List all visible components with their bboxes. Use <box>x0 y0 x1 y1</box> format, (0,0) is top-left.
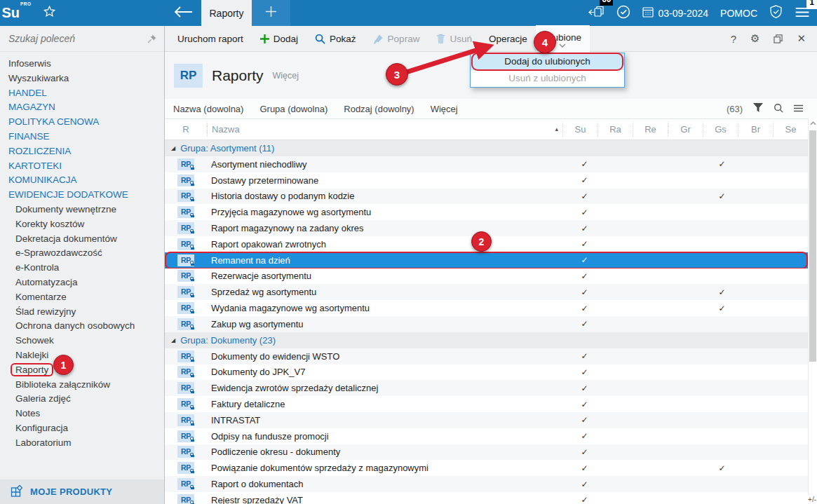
sidebar-item-raporty[interactable]: Raporty <box>0 363 164 378</box>
sidebar-item-korekty-kosztów[interactable]: Korekty kosztów <box>0 217 164 232</box>
table-row[interactable]: RPRaport magazynowy na zadany okres✓ <box>165 220 808 236</box>
close-icon[interactable]: ✕ <box>797 32 806 45</box>
report-name: Raport o dokumentach <box>207 479 567 489</box>
table-row[interactable]: RPDostawy przeterminowane✓ <box>165 172 808 189</box>
column-header-ra[interactable]: Ra <box>597 122 633 136</box>
list-options-icon[interactable] <box>794 104 803 114</box>
security-button[interactable] <box>769 5 783 21</box>
expand-collapse-toggle[interactable]: +/- <box>806 496 816 503</box>
pokaż-button[interactable]: Pokaż <box>306 26 365 51</box>
scroll-up-icon[interactable] <box>809 118 817 129</box>
restore-icon[interactable] <box>774 34 783 43</box>
new-tab-button[interactable] <box>252 0 290 26</box>
sidebar-item-biblioteka-załączników[interactable]: Biblioteka załączników <box>0 378 164 393</box>
table-row[interactable]: RPPrzyjęcia magazynowe wg asortymentu✓ <box>165 204 808 220</box>
popraw-button[interactable]: Popraw <box>365 26 428 51</box>
favorites-star-button[interactable] <box>39 0 59 26</box>
table-row[interactable]: RPZakup wg asortymentu✓ <box>165 316 808 332</box>
filter-rodzaj-dowolny[interactable]: Rodzaj (dowolny) <box>344 104 414 114</box>
sidebar-item-automatyzacja[interactable]: Automatyzacja <box>0 275 164 290</box>
title-more-link[interactable]: Więcej <box>273 71 299 81</box>
sidebar-item-laboratorium[interactable]: Laboratorium <box>0 436 164 451</box>
search-icon[interactable] <box>774 103 783 115</box>
column-header-su[interactable]: Su <box>562 122 597 136</box>
ulubione-button[interactable]: Ulubione <box>536 25 590 53</box>
table-row[interactable]: RPEwidencja zwrotów sprzedaży detaliczne… <box>165 380 808 396</box>
settings-icon[interactable]: ⚙ <box>750 32 759 45</box>
table-row[interactable]: RPFaktury detaliczne✓ <box>165 396 808 412</box>
table-row[interactable]: RPWydania magazynowe wg asortymentu✓✓ <box>165 300 808 316</box>
column-header-re[interactable]: Re <box>633 122 668 136</box>
column-header-gr[interactable]: Gr <box>668 122 703 136</box>
sidebar-item-ochrona-danych-osobowych[interactable]: Ochrona danych osobowych <box>0 319 164 334</box>
help-icon[interactable]: ? <box>731 33 736 45</box>
help-link[interactable]: POMOC <box>720 8 757 19</box>
table-row[interactable]: RPRemanent na dzień✓ <box>165 252 808 268</box>
dodaj-button[interactable]: Dodaj <box>252 26 306 51</box>
sidebar-item-e-kontrola[interactable]: e-Kontrola <box>0 261 164 275</box>
column-header-se[interactable]: Se <box>773 122 808 136</box>
table-row[interactable]: RPSprzedaż wg asortymentu✓✓ <box>165 284 808 300</box>
sidebar-item-notes[interactable]: Notes <box>0 407 164 421</box>
sidebar-item-ewidencje-dodatkowe[interactable]: EWIDENCJE DODATKOWE <box>0 188 164 203</box>
sidebar-item-e-sprawozdawczość[interactable]: e-Sprawozdawczość <box>0 246 164 261</box>
uruchom-raport-button[interactable]: Uruchom raport <box>169 26 252 51</box>
table-row[interactable]: RPHistoria dostawy o podanym kodzie✓✓ <box>165 189 808 205</box>
column-header-r[interactable]: R <box>165 124 207 135</box>
filter-funnel-icon[interactable] <box>753 103 763 114</box>
sidebar-item-dokumenty-wewnętrzne[interactable]: Dokumenty wewnętrzne <box>0 203 164 217</box>
sidebar-item-galeria-zdjęć[interactable]: Galeria zdjęć <box>0 392 164 407</box>
date-display[interactable]: 03-09-2024 <box>642 6 708 20</box>
sidebar-item-finanse[interactable]: FINANSE <box>0 130 164 144</box>
filter-grupa-dowolna[interactable]: Grupa (dowolna) <box>259 104 328 114</box>
filter-nazwa-dowolna[interactable]: Nazwa (dowolna) <box>173 104 243 114</box>
my-products-button[interactable]: MOJE PRODUKTY <box>0 479 164 504</box>
tasks-button[interactable] <box>616 5 630 21</box>
table-row[interactable]: RPRezerwacje asortymentu✓ <box>165 268 808 285</box>
table-row[interactable]: RPDokumenty do JPK_V7✓ <box>165 365 808 381</box>
search-input[interactable] <box>7 32 147 45</box>
table-row[interactable]: RPOdpisy na fundusze promocji✓ <box>165 428 808 444</box>
column-header-gs[interactable]: Gs <box>703 122 738 136</box>
table-row[interactable]: RPPowiązanie dokumentów sprzedaży z maga… <box>165 460 808 476</box>
table-row[interactable]: RPINTRASTAT✓ <box>165 412 808 428</box>
table-row[interactable]: RPRejestr sprzedaży VAT✓ <box>165 492 808 504</box>
menu-item-dodaj-do-ulubionych[interactable]: Dodaj do ulubionych <box>471 53 624 70</box>
sidebar-item-komentarze[interactable]: Komentarze <box>0 290 164 305</box>
table-row[interactable]: RPAsortyment niechodliwy✓✓ <box>165 156 808 172</box>
vertical-scrollbar[interactable] <box>808 118 817 504</box>
back-button[interactable] <box>167 0 199 26</box>
table-row[interactable]: RPDokumenty do ewidencji WSTO✓ <box>165 348 808 365</box>
sidebar-item-magazyn[interactable]: MAGAZYN <box>0 100 164 115</box>
sidebar-item-konfiguracja[interactable]: Konfiguracja <box>0 421 164 436</box>
sidebar-item-ślad-rewizyjny[interactable]: Ślad rewizyjny <box>0 305 164 320</box>
sidebar-item-schowek[interactable]: Schowek <box>0 334 164 348</box>
usuń-button[interactable]: Usuń <box>428 26 480 51</box>
sidebar-item-polityka-cenowa[interactable]: POLITYKA CENOWA <box>0 115 164 130</box>
tab-raporty[interactable]: Raporty <box>201 0 252 26</box>
clipboard-button[interactable]: 60 <box>587 5 605 21</box>
operacje-button[interactable]: Operacje <box>480 26 536 51</box>
pin-icon[interactable] <box>147 34 157 44</box>
sidebar-item-handel[interactable]: HANDEL <box>0 86 164 101</box>
column-header-nazwa[interactable]: Nazwa▴ <box>207 122 562 136</box>
table-row[interactable]: RPRaport o dokumentach✓ <box>165 476 808 492</box>
scrollbar-thumb[interactable] <box>809 130 816 362</box>
column-header-br[interactable]: Br <box>738 122 773 136</box>
app-logo[interactable]: SuPRO <box>0 0 33 26</box>
sidebar-item-komunikacja[interactable]: KOMUNIKACJA <box>0 173 164 188</box>
group-header-grupa-dokumenty-23[interactable]: ◢Grupa: Dokumenty (23) <box>165 332 808 348</box>
sidebar-item-wyszukiwarka[interactable]: Wyszukiwarka <box>0 71 164 86</box>
trash-icon <box>436 34 445 44</box>
sidebar-item-infoserwis[interactable]: Infoserwis <box>0 57 164 71</box>
sidebar-item-naklejki[interactable]: Naklejki <box>0 348 164 363</box>
menu-item-usuń-z-ulubionych[interactable]: Usuń z ulubionych <box>471 70 624 87</box>
main-menu-button[interactable]: 1 <box>795 7 810 20</box>
group-header-grupa-asortyment-11[interactable]: ◢Grupa: Asortyment (11) <box>165 140 808 156</box>
sidebar-item-rozliczenia[interactable]: ROZLICZENIA <box>0 144 164 159</box>
sidebar-item-kartoteki[interactable]: KARTOTEKI <box>0 159 164 174</box>
sidebar-item-dekretacja-dokumentów[interactable]: Dekretacja dokumentów <box>0 232 164 247</box>
table-row[interactable]: RPPodliczenie okresu - dokumenty✓ <box>165 444 808 461</box>
filter-more-link[interactable]: Więcej <box>431 104 458 114</box>
table-row[interactable]: RPRaport opakowań zwrotnych✓ <box>165 236 808 252</box>
